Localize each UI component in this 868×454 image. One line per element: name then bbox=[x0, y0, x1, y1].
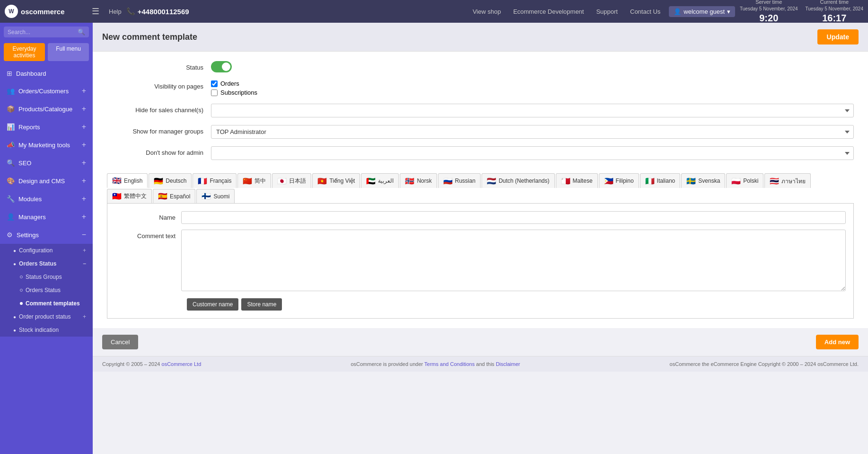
dont-show-select[interactable] bbox=[211, 146, 854, 160]
plus-icon: + bbox=[82, 195, 86, 203]
lang-tab-polski[interactable]: 🇵🇱Polski bbox=[726, 173, 763, 188]
lang-tab-tiếng-việt[interactable]: 🇻🇳Tiếng Việt bbox=[312, 173, 360, 188]
sidebar-item-reports[interactable]: 📊 Reports + bbox=[0, 118, 93, 136]
sidebar-sub-status-groups[interactable]: Status Groups bbox=[7, 270, 93, 284]
plus-icon: + bbox=[82, 105, 86, 113]
footer-disclaimer-link[interactable]: Disclaimer bbox=[496, 361, 520, 367]
dot-empty-icon bbox=[20, 276, 23, 278]
hide-sales-select[interactable] bbox=[211, 104, 854, 117]
name-input-wrap[interactable] bbox=[181, 211, 846, 224]
sidebar-sub-orders-status[interactable]: ● Orders Status − bbox=[0, 257, 93, 270]
ecommerce-dev-link[interactable]: Ecommerce Development bbox=[509, 8, 588, 15]
help-link[interactable]: Help bbox=[109, 8, 122, 15]
lang-tab-简中[interactable]: 🇨🇳简中 bbox=[237, 173, 271, 188]
sidebar-sub-comment-templates[interactable]: Comment templates bbox=[7, 297, 93, 310]
everyday-activities-btn[interactable]: Everyday activities bbox=[4, 43, 45, 61]
cancel-button[interactable]: Cancel bbox=[102, 335, 138, 349]
subscriptions-checkbox[interactable] bbox=[211, 89, 218, 96]
sidebar-item-dashboard[interactable]: ⊞ Dashboard bbox=[0, 65, 93, 82]
comment-input-wrap[interactable] bbox=[181, 230, 846, 293]
hamburger-icon[interactable]: ☰ bbox=[92, 6, 99, 17]
name-row: Name bbox=[115, 211, 846, 224]
view-shop-link[interactable]: View shop bbox=[469, 8, 505, 15]
lang-tab-svenska[interactable]: 🇸🇪Svenska bbox=[681, 173, 725, 188]
hide-sales-control[interactable] bbox=[211, 104, 854, 117]
contact-link[interactable]: Contact Us bbox=[626, 8, 664, 15]
sub-label: Order product status bbox=[19, 313, 70, 320]
show-manager-control[interactable]: TOP Administrator bbox=[211, 125, 854, 139]
lang-tab-italiano[interactable]: 🇮🇹Italiano bbox=[640, 173, 681, 188]
logo[interactable]: W oscommerce bbox=[5, 5, 85, 18]
footer-actions: Cancel Add new bbox=[93, 328, 868, 356]
lang-tab-maltese[interactable]: 🇲🇹Maltese bbox=[556, 173, 598, 188]
lang-tab-english[interactable]: 🇬🇧English bbox=[107, 173, 148, 188]
sidebar-sub-stock-indication[interactable]: ● Stock indication bbox=[0, 323, 93, 337]
search-input[interactable] bbox=[8, 29, 78, 36]
sidebar-item-label: Settings bbox=[17, 231, 39, 239]
lang-tab-日本語[interactable]: 🇯🇵日本語 bbox=[272, 173, 311, 188]
sidebar-sub-configuration[interactable]: ● Configuration + bbox=[0, 244, 93, 257]
logo-text: oscommerce bbox=[21, 8, 65, 16]
sidebar-search-box[interactable]: 🔍 bbox=[4, 27, 89, 37]
store-name-btn[interactable]: Store name bbox=[241, 298, 282, 311]
full-menu-btn[interactable]: Full menu bbox=[48, 43, 89, 61]
lang-tab-español[interactable]: 🇪🇸Español bbox=[153, 189, 195, 203]
status-label: Status bbox=[107, 61, 211, 71]
form-area: Status Visibility on pages Orders bbox=[93, 52, 868, 328]
dot-icon: ● bbox=[13, 314, 16, 320]
sidebar-item-seo[interactable]: 🔍 SEO + bbox=[0, 154, 93, 172]
sidebar-item-managers[interactable]: 👤 Managers + bbox=[0, 208, 93, 226]
orders-checkbox[interactable] bbox=[211, 80, 218, 87]
search-icon: 🔍 bbox=[78, 28, 85, 36]
name-input[interactable] bbox=[181, 211, 846, 224]
flag-icon: 🇬🇧 bbox=[112, 176, 122, 185]
add-new-button[interactable]: Add new bbox=[816, 335, 859, 349]
update-button[interactable]: Update bbox=[817, 29, 859, 45]
dot-icon: ● bbox=[13, 248, 16, 253]
sidebar-sub-orders-status-item[interactable]: Orders Status bbox=[7, 284, 93, 297]
sidebar-item-design[interactable]: 🎨 Design and CMS + bbox=[0, 172, 93, 190]
show-manager-select[interactable]: TOP Administrator bbox=[211, 125, 854, 139]
sidebar-item-label: Design and CMS bbox=[18, 178, 65, 185]
sidebar-sub-order-product-status[interactable]: ● Order product status + bbox=[0, 310, 93, 323]
dont-show-control[interactable] bbox=[211, 146, 854, 160]
lang-tab-ภาษาไทย[interactable]: 🇹🇭ภาษาไทย bbox=[764, 173, 811, 188]
sidebar-item-label: Products/Catalogue bbox=[18, 106, 72, 113]
lang-label: Tiếng Việt bbox=[329, 178, 355, 184]
lang-tab-dutch-(netherlands)[interactable]: 🇳🇱Dutch (Netherlands) bbox=[482, 173, 554, 188]
lang-label: Español bbox=[170, 193, 190, 200]
footer-terms-link[interactable]: Terms and Conditions bbox=[424, 361, 474, 367]
status-toggle[interactable] bbox=[211, 61, 232, 72]
flag-icon: 🇲🇹 bbox=[561, 177, 570, 186]
sidebar-item-orders-customers[interactable]: 👥 Orders/Customers + bbox=[0, 82, 93, 100]
visibility-orders[interactable]: Orders bbox=[211, 80, 854, 87]
sidebar-item-modules[interactable]: 🔧 Modules + bbox=[0, 190, 93, 208]
sidebar-item-marketing[interactable]: 📣 My Marketing tools + bbox=[0, 136, 93, 154]
lang-tab-deutsch[interactable]: 🇩🇪Deutsch bbox=[149, 173, 192, 188]
lang-tab-suomi[interactable]: 🇫🇮Suomi bbox=[196, 189, 235, 203]
footer-oscommerce-link[interactable]: osCommerce Ltd bbox=[162, 361, 202, 367]
sidebar-item-products[interactable]: 📦 Products/Catalogue + bbox=[0, 100, 93, 118]
footer-terms: osCommerce is provided under Terms and C… bbox=[351, 361, 520, 367]
user-label: welcome guest bbox=[684, 8, 725, 15]
sub-label: Status Groups bbox=[26, 274, 62, 280]
lang-tab-filipino[interactable]: 🇵🇭Filipino bbox=[599, 173, 639, 188]
plus-icon: + bbox=[83, 313, 86, 320]
lang-tab-norsk[interactable]: 🇳🇴Norsk bbox=[400, 173, 437, 188]
lang-tab-français[interactable]: 🇫🇷Français bbox=[193, 173, 237, 188]
orders-status-subitems: Status Groups Orders Status Comment temp… bbox=[0, 270, 93, 310]
plus-icon: + bbox=[82, 141, 86, 149]
dont-show-label: Don't show for admin bbox=[107, 146, 211, 156]
lang-tab-繁體中文[interactable]: 🇹🇼繁體中文 bbox=[107, 189, 152, 203]
customer-name-btn[interactable]: Customer name bbox=[187, 298, 238, 311]
lang-tab-العربية[interactable]: 🇦🇪العربية bbox=[361, 173, 399, 188]
visibility-subscriptions[interactable]: Subscriptions bbox=[211, 89, 854, 96]
lang-tab-russian[interactable]: 🇷🇺Russian bbox=[438, 173, 481, 188]
comment-textarea[interactable] bbox=[181, 230, 846, 291]
user-button[interactable]: 👤 welcome guest ▾ bbox=[669, 6, 735, 17]
sidebar-item-settings[interactable]: ⚙ Settings − bbox=[0, 226, 93, 244]
support-link[interactable]: Support bbox=[592, 8, 622, 15]
hide-sales-row: Hide for sales channel(s) bbox=[107, 104, 854, 117]
flag-icon: 🇦🇪 bbox=[366, 177, 376, 186]
flag-icon: 🇫🇷 bbox=[198, 177, 207, 186]
